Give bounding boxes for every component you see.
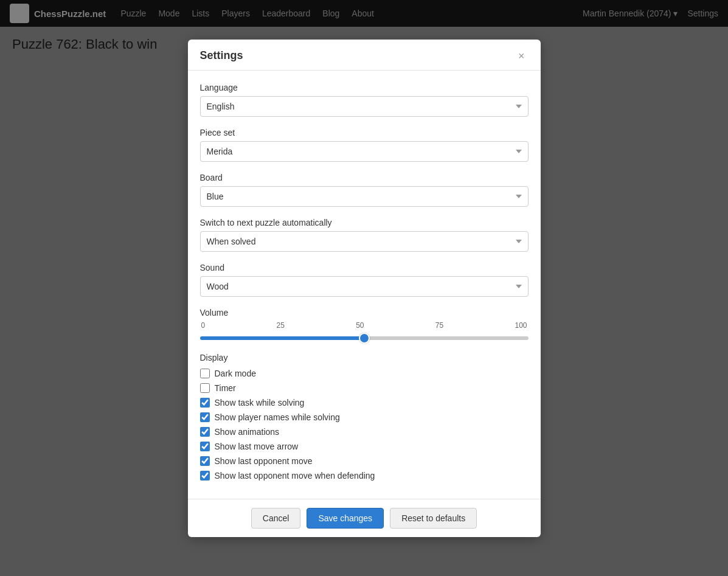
checkbox-group: Dark mode Timer Show task while solving … [200, 369, 529, 481]
piece-set-select[interactable]: Merida Alpha Chess7 Chessnut Leipzig [200, 141, 529, 162]
checkbox-show-last-move-arrow: Show last move arrow [200, 442, 529, 451]
modal-title: Settings [200, 49, 243, 62]
volume-label: Volume [200, 308, 529, 317]
show-last-opponent-defending-checkbox[interactable] [200, 471, 210, 481]
display-section: Display Dark mode Timer Show task while … [200, 353, 529, 481]
modal-body: Language English German French Spanish R… [188, 71, 541, 499]
piece-set-label: Piece set [200, 128, 529, 137]
show-last-opponent-move-checkbox[interactable] [200, 456, 210, 466]
tick-0: 0 [201, 321, 206, 330]
sound-select[interactable]: Wood Glass Electric Standard None [200, 276, 529, 297]
checkbox-show-animations: Show animations [200, 427, 529, 437]
auto-switch-group: Switch to next puzzle automatically When… [200, 218, 529, 252]
volume-slider[interactable] [200, 336, 529, 340]
timer-checkbox[interactable] [200, 383, 210, 393]
tick-25: 25 [276, 321, 284, 330]
checkbox-show-last-opponent-move: Show last opponent move [200, 456, 529, 466]
language-select[interactable]: English German French Spanish Russian [200, 96, 529, 117]
show-player-names-label[interactable]: Show player names while solving [215, 412, 340, 422]
settings-modal: Settings × Language English German Frenc… [188, 40, 541, 537]
tick-100: 100 [515, 321, 527, 330]
board-select[interactable]: Blue Brown Green Purple Gray [200, 186, 529, 207]
board-label: Board [200, 173, 529, 182]
show-player-names-checkbox[interactable] [200, 412, 210, 422]
show-animations-checkbox[interactable] [200, 427, 210, 437]
checkbox-show-last-opponent-defending: Show last opponent move when defending [200, 471, 529, 481]
tick-75: 75 [435, 321, 443, 330]
show-last-move-arrow-checkbox[interactable] [200, 442, 210, 451]
modal-overlay: Settings × Language English German Frenc… [0, 0, 728, 576]
show-task-label[interactable]: Show task while solving [215, 398, 305, 408]
timer-label[interactable]: Timer [215, 383, 236, 393]
modal-header: Settings × [188, 40, 541, 71]
volume-section: Volume 0 25 50 75 100 [200, 308, 529, 342]
show-last-opponent-defending-label[interactable]: Show last opponent move when defending [215, 471, 375, 481]
display-label: Display [200, 353, 529, 363]
show-task-checkbox[interactable] [200, 398, 210, 408]
language-group: Language English German French Spanish R… [200, 83, 529, 117]
cancel-button[interactable]: Cancel [251, 508, 301, 529]
auto-switch-select[interactable]: When solved Never After 3s After 5s [200, 231, 529, 252]
modal-footer: Cancel Save changes Reset to defaults [188, 499, 541, 537]
show-last-opponent-move-label[interactable]: Show last opponent move [215, 456, 313, 466]
close-button[interactable]: × [515, 49, 529, 63]
sound-label: Sound [200, 263, 529, 272]
tick-50: 50 [356, 321, 364, 330]
save-button[interactable]: Save changes [307, 508, 384, 529]
checkbox-timer: Timer [200, 383, 529, 393]
sound-group: Sound Wood Glass Electric Standard None [200, 263, 529, 297]
dark-mode-checkbox[interactable] [200, 369, 210, 378]
checkbox-dark-mode: Dark mode [200, 369, 529, 378]
show-last-move-arrow-label[interactable]: Show last move arrow [215, 442, 299, 451]
checkbox-show-task: Show task while solving [200, 398, 529, 408]
reset-button[interactable]: Reset to defaults [390, 508, 477, 529]
dark-mode-label[interactable]: Dark mode [215, 369, 256, 378]
auto-switch-label: Switch to next puzzle automatically [200, 218, 529, 227]
piece-set-group: Piece set Merida Alpha Chess7 Chessnut L… [200, 128, 529, 162]
volume-slider-container [200, 332, 529, 342]
checkbox-show-player-names: Show player names while solving [200, 412, 529, 422]
board-group: Board Blue Brown Green Purple Gray [200, 173, 529, 207]
show-animations-label[interactable]: Show animations [215, 427, 280, 437]
language-label: Language [200, 83, 529, 92]
volume-ticks: 0 25 50 75 100 [200, 321, 529, 330]
